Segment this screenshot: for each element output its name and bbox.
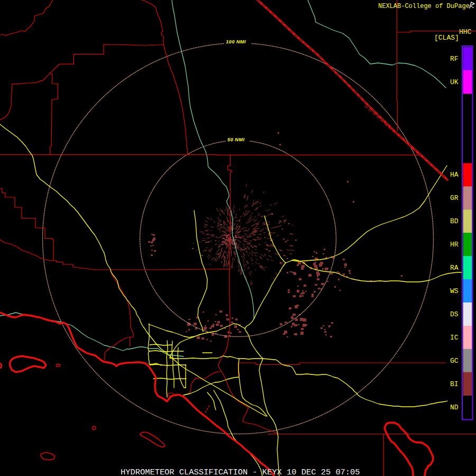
svg-text:100 NMI: 100 NMI	[226, 39, 246, 44]
svg-text:GR: GR	[450, 194, 459, 202]
svg-text:HHC: HHC	[459, 28, 472, 36]
svg-text:BD: BD	[450, 217, 459, 225]
svg-text:HYDROMETEOR CLASSIFICATION - K: HYDROMETEOR CLASSIFICATION - KEYX 10 DEC…	[121, 468, 360, 476]
svg-text:RF: RF	[450, 55, 459, 63]
svg-text:WS: WS	[450, 287, 459, 295]
svg-text:UK: UK	[450, 78, 459, 86]
svg-text:RA: RA	[450, 264, 459, 272]
svg-text:[CLAS]: [CLAS]	[434, 34, 459, 42]
svg-text:ND: ND	[450, 404, 459, 411]
svg-text:IC: IC	[450, 334, 459, 342]
svg-text:HA: HA	[450, 171, 459, 179]
svg-text:NEXLAB-College of DuPage: NEXLAB-College of DuPage	[378, 3, 470, 10]
svg-text:50 NMI: 50 NMI	[227, 137, 244, 142]
svg-text:GC: GC	[450, 357, 459, 365]
svg-text:BI: BI	[450, 380, 459, 388]
svg-text:DS: DS	[450, 310, 459, 318]
svg-text:HR: HR	[450, 241, 459, 249]
